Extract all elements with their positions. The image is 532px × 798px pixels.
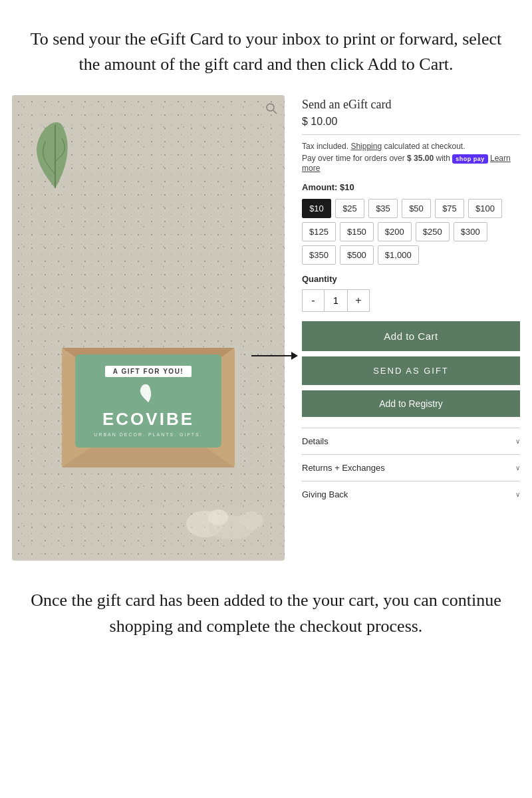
product-image-wrap: A GIFT FOR YOU! ECOVIBE URBAN DECOR. PLA…: [12, 95, 291, 561]
amount-option-125[interactable]: $125: [302, 222, 336, 241]
accordion-chevron-1: ∨: [515, 464, 520, 471]
shoppay-amount: $ 35.00: [407, 154, 434, 163]
add-to-registry-button[interactable]: Add to Registry: [302, 390, 520, 417]
amount-option-350[interactable]: $350: [302, 245, 336, 265]
accordion-chevron-0: ∨: [515, 438, 520, 445]
accordion-label-1: Returns + Exchanges: [302, 463, 385, 473]
bottom-instruction: Once the gift card has been added to the…: [0, 561, 532, 666]
gift-card: A GIFT FOR YOU! ECOVIBE URBAN DECOR. PLA…: [75, 354, 221, 448]
amount-option-150[interactable]: $150: [340, 222, 374, 241]
quantity-value: 1: [324, 290, 348, 311]
accordion-item-1: Returns + Exchanges∨: [302, 454, 520, 481]
product-title: Send an eGift card: [302, 98, 520, 112]
amount-options: $10$25$35$50$75$100$125$150$200$250$300$…: [302, 199, 520, 265]
stones-decoration: [185, 487, 265, 541]
envelope-container: A GIFT FOR YOU! ECOVIBE URBAN DECOR. PLA…: [62, 348, 235, 467]
accordion-item-0: Details∨: [302, 428, 520, 454]
accordion-chevron-2: ∨: [515, 491, 520, 498]
quantity-decrease-button[interactable]: -: [303, 290, 324, 311]
amount-option-100[interactable]: $100: [468, 199, 502, 218]
amount-label: Amount: $10: [302, 182, 520, 192]
shoppay-with: with: [436, 154, 452, 163]
amount-option-500[interactable]: $500: [340, 245, 374, 265]
product-image: A GIFT FOR YOU! ECOVIBE URBAN DECOR. PLA…: [12, 95, 285, 561]
amount-option-75[interactable]: $75: [435, 199, 464, 218]
add-to-cart-button[interactable]: Add to Cart: [302, 321, 520, 351]
svg-line-1: [273, 110, 277, 114]
accordion-item-2: Giving Back∨: [302, 481, 520, 507]
tax-included-text: Tax included.: [302, 142, 348, 151]
accordion-list: Details∨Returns + Exchanges∨Giving Back∨: [302, 428, 520, 507]
envelope: A GIFT FOR YOU! ECOVIBE URBAN DECOR. PLA…: [62, 348, 235, 467]
svg-point-0: [267, 104, 274, 111]
ecovibe-leaf-icon: [135, 384, 162, 406]
quantity-increase-button[interactable]: +: [348, 290, 369, 311]
amount-option-25[interactable]: $25: [335, 199, 364, 218]
shoppay-badge: shop pay: [452, 154, 488, 164]
amount-option-35[interactable]: $35: [368, 199, 398, 218]
ecovibe-logo: ECOVIBE: [102, 409, 194, 430]
svg-point-4: [239, 511, 263, 530]
accordion-header-2[interactable]: Giving Back∨: [302, 489, 520, 499]
amount-option-50[interactable]: $50: [402, 199, 431, 218]
accordion-label-0: Details: [302, 436, 329, 446]
accordion-header-0[interactable]: Details∨: [302, 436, 520, 446]
arrow-annotation: [251, 352, 298, 360]
tax-info: Tax included. Shipping calculated at che…: [302, 142, 520, 151]
accordion-label-2: Giving Back: [302, 489, 348, 499]
quantity-control: - 1 +: [302, 289, 370, 312]
price-divider: [302, 134, 520, 135]
amount-option-1000[interactable]: $1,000: [378, 245, 419, 265]
arrow-line: [251, 355, 291, 356]
send-as-gift-button[interactable]: SEND AS GIFT: [302, 356, 520, 385]
svg-point-5: [208, 509, 228, 525]
amount-option-300[interactable]: $300: [454, 222, 487, 241]
leaf-decoration: [25, 115, 85, 195]
arrow-head: [291, 352, 298, 360]
checkout-text: calculated at checkout.: [384, 142, 465, 151]
quantity-label: Quantity: [302, 274, 520, 284]
amount-option-200[interactable]: $200: [378, 222, 412, 241]
accordion-header-1[interactable]: Returns + Exchanges∨: [302, 463, 520, 473]
product-details: Send an eGift card $ 10.00 Tax included.…: [291, 95, 520, 507]
shipping-link[interactable]: Shipping: [350, 142, 382, 151]
amount-option-250[interactable]: $250: [416, 222, 450, 241]
product-price: $ 10.00: [302, 116, 520, 128]
gift-card-tag: A GIFT FOR YOU!: [105, 366, 192, 377]
amount-option-10[interactable]: $10: [302, 199, 331, 218]
shoppay-prefix: Pay over time for orders over: [302, 154, 405, 163]
search-icon[interactable]: [265, 102, 278, 115]
product-section: A GIFT FOR YOU! ECOVIBE URBAN DECOR. PLA…: [0, 95, 532, 561]
top-instruction: To send your the eGift Card to your inbo…: [0, 0, 532, 95]
selected-amount-value: $10: [340, 182, 354, 192]
ecovibe-tagline: URBAN DECOR. PLANTS. GIFTS.: [94, 432, 202, 437]
shoppay-line: Pay over time for orders over $ 35.00 wi…: [302, 154, 520, 173]
